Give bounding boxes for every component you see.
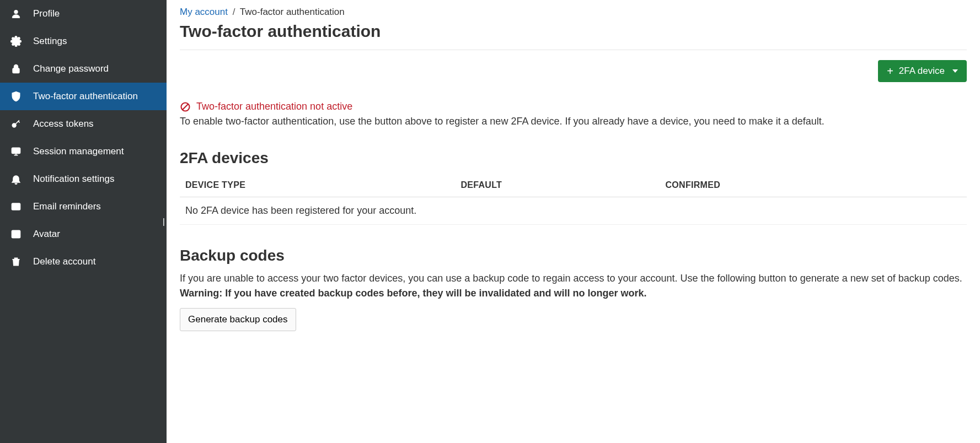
sidebar-item-profile[interactable]: Profile bbox=[0, 0, 167, 28]
sidebar-item-label: Access tokens bbox=[33, 118, 94, 129]
mail-icon bbox=[10, 201, 22, 213]
breadcrumb: My account / Two-factor authentication bbox=[180, 7, 967, 18]
sidebar-resize-handle[interactable]: || bbox=[163, 217, 163, 226]
col-header-confirmed: CONFIRMED bbox=[660, 174, 967, 197]
two-factor-instruction: To enable two-factor authentication, use… bbox=[180, 116, 967, 127]
sidebar-item-label: Delete account bbox=[33, 256, 95, 267]
chevron-down-icon bbox=[952, 69, 958, 73]
svg-rect-2 bbox=[13, 68, 19, 73]
sidebar-item-label: Email reminders bbox=[33, 201, 101, 212]
sidebar-item-session-management[interactable]: Session management bbox=[0, 138, 167, 165]
svg-line-10 bbox=[183, 104, 188, 110]
key-icon bbox=[10, 118, 22, 130]
gear-icon bbox=[10, 35, 22, 47]
sidebar-item-email-reminders[interactable]: Email reminders bbox=[0, 193, 167, 220]
svg-point-4 bbox=[12, 123, 16, 127]
sidebar-item-avatar[interactable]: Avatar bbox=[0, 220, 167, 248]
sidebar-item-access-tokens[interactable]: Access tokens bbox=[0, 110, 167, 138]
account-sidebar: Profile Settings Change password Two-fac… bbox=[0, 0, 167, 443]
sidebar-item-label: Profile bbox=[33, 8, 60, 19]
table-row-empty: No 2FA device has been registered for yo… bbox=[180, 197, 967, 225]
backup-description: If you are unable to access your two fac… bbox=[180, 271, 967, 287]
breadcrumb-parent-link[interactable]: My account bbox=[180, 7, 228, 17]
devices-section-title: 2FA devices bbox=[180, 149, 967, 167]
main-content: My account / Two-factor authentication T… bbox=[167, 0, 980, 443]
svg-point-0 bbox=[14, 10, 18, 14]
breadcrumb-current: Two-factor authentication bbox=[240, 7, 345, 17]
col-header-device-type: DEVICE TYPE bbox=[180, 174, 455, 197]
sidebar-item-label: Settings bbox=[33, 36, 67, 47]
breadcrumb-separator: / bbox=[233, 7, 235, 17]
page-title: Two-factor authentication bbox=[180, 22, 967, 41]
svg-point-8 bbox=[14, 233, 15, 234]
title-divider bbox=[180, 50, 967, 50]
sidebar-item-label: Notification settings bbox=[33, 174, 114, 185]
bell-icon bbox=[10, 173, 22, 185]
sidebar-item-change-password[interactable]: Change password bbox=[0, 55, 167, 83]
prohibited-icon bbox=[180, 101, 191, 112]
devices-empty-message: No 2FA device has been registered for yo… bbox=[180, 197, 967, 225]
sidebar-item-two-factor[interactable]: Two-factor authentication bbox=[0, 83, 167, 110]
sidebar-item-label: Avatar bbox=[33, 229, 60, 240]
sidebar-item-delete-account[interactable]: Delete account bbox=[0, 248, 167, 275]
sidebar-item-label: Two-factor authentication bbox=[33, 91, 138, 102]
svg-rect-5 bbox=[12, 148, 20, 153]
svg-point-3 bbox=[15, 95, 17, 97]
sidebar-item-label: Session management bbox=[33, 146, 124, 157]
two-factor-status-text: Two-factor authentication not active bbox=[196, 101, 352, 112]
backup-warning: Warning: If you have created backup code… bbox=[180, 288, 967, 299]
toolbar: + 2FA device bbox=[180, 60, 967, 82]
monitor-icon bbox=[10, 145, 22, 158]
sidebar-item-notification-settings[interactable]: Notification settings bbox=[0, 165, 167, 193]
backup-section-title: Backup codes bbox=[180, 247, 967, 264]
user-icon bbox=[10, 8, 22, 20]
add-2fa-device-label: 2FA device bbox=[899, 66, 945, 77]
two-factor-status: Two-factor authentication not active bbox=[180, 101, 967, 112]
image-icon bbox=[10, 228, 22, 240]
sidebar-item-settings[interactable]: Settings bbox=[0, 28, 167, 55]
trash-icon bbox=[10, 256, 22, 268]
col-header-default: DEFAULT bbox=[455, 174, 660, 197]
lock-icon bbox=[10, 63, 22, 75]
add-2fa-device-button[interactable]: + 2FA device bbox=[878, 60, 967, 82]
plus-icon: + bbox=[887, 66, 893, 77]
sidebar-item-label: Change password bbox=[33, 63, 109, 74]
generate-backup-codes-button[interactable]: Generate backup codes bbox=[180, 308, 296, 331]
devices-table: DEVICE TYPE DEFAULT CONFIRMED No 2FA dev… bbox=[180, 174, 967, 225]
shield-icon bbox=[10, 90, 22, 102]
